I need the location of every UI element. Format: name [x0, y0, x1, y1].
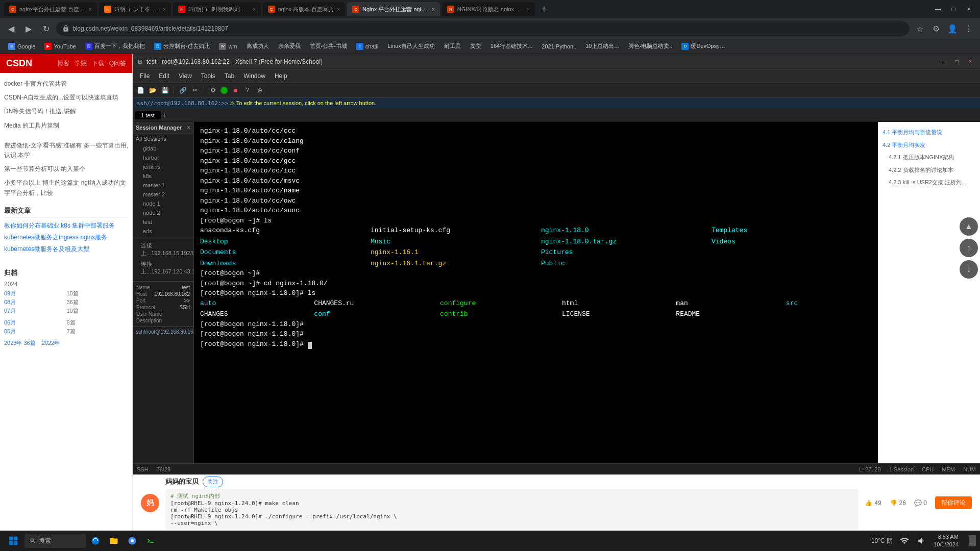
- taskbar-start-button[interactable]: [4, 533, 22, 548]
- bookmark-5[interactable]: 离成功人: [242, 41, 273, 51]
- session-master1[interactable]: master 1: [133, 181, 193, 190]
- session-node1[interactable]: node 1: [133, 199, 193, 208]
- terminal-output[interactable]: nginx-1.18.0/auto/cc/ccc nginx-1.18.0/au…: [194, 122, 878, 463]
- archive-2023[interactable]: 2023年 36篇: [4, 339, 36, 347]
- float-btn-3[interactable]: ↓: [960, 260, 978, 279]
- archive-07[interactable]: 07月: [4, 307, 66, 315]
- tab-close-1[interactable]: ×: [89, 7, 92, 12]
- tab-close-6[interactable]: ×: [527, 7, 530, 12]
- bookmark-baidu[interactable]: 百 百度一下，我把我把: [81, 41, 149, 51]
- bookmark-google[interactable]: G Google: [4, 42, 39, 51]
- profile-button[interactable]: 👤: [945, 21, 960, 36]
- archive-06[interactable]: 06月: [4, 319, 66, 327]
- menu-file[interactable]: File: [136, 71, 154, 81]
- session-conn-1[interactable]: 连接上...192.168.15.192/8: [133, 240, 193, 259]
- back-button[interactable]: ◀: [4, 21, 18, 36]
- archive-08[interactable]: 08月: [4, 298, 66, 306]
- archive-05[interactable]: 05月: [4, 328, 66, 335]
- bookmark-python[interactable]: 2021.Python..: [537, 42, 580, 51]
- session-panel-close-btn[interactable]: ×: [187, 124, 190, 131]
- session-tab-add[interactable]: +: [163, 112, 166, 119]
- session-test[interactable]: test: [133, 217, 193, 227]
- tab-close-3[interactable]: ×: [253, 7, 256, 12]
- archive-09[interactable]: 09月: [4, 290, 66, 297]
- menu-help[interactable]: Help: [271, 71, 291, 81]
- bookmark-cloud[interactable]: 云 云控制台-过去如此: [150, 41, 214, 51]
- bookmark-chatii[interactable]: c chatii: [352, 42, 383, 51]
- float-btn-2[interactable]: ↑: [960, 239, 978, 257]
- dislike-count[interactable]: 👎 26: [890, 499, 906, 507]
- show-desktop-button[interactable]: [969, 535, 976, 546]
- bookmark-15[interactable]: 脚色-电脑总结卖..: [624, 41, 677, 51]
- session-k8s[interactable]: k8s: [133, 171, 193, 181]
- menu-tab[interactable]: Tab: [220, 71, 238, 81]
- browser-tab-1[interactable]: C nginx平台外挂运营 百度写文 ×: [4, 2, 97, 16]
- toc-item-2[interactable]: 4.2 平衡月均实发: [883, 139, 976, 152]
- session-gitlab[interactable]: gitlab: [133, 144, 193, 153]
- taskbar-chrome[interactable]: [125, 533, 140, 548]
- taskbar-search-bar[interactable]: 搜索: [24, 534, 86, 548]
- session-master2[interactable]: master 2: [133, 190, 193, 199]
- browser-tab-3[interactable]: 叫 叫(明(-) - 叫明我叫刘我叫... ×: [173, 2, 261, 16]
- close-button[interactable]: ×: [962, 4, 976, 15]
- bookmark-11[interactable]: 卖货: [466, 41, 485, 51]
- session-jenkins[interactable]: jenkins: [133, 162, 193, 171]
- session-node2[interactable]: node 2: [133, 208, 193, 217]
- menu-edit[interactable]: Edit: [155, 71, 174, 81]
- forward-button[interactable]: ▶: [21, 21, 36, 36]
- csdn-nav-qa[interactable]: Q问答: [109, 59, 126, 68]
- menu-view[interactable]: View: [175, 71, 196, 81]
- bookmark-youtube[interactable]: ▶ YouTube: [40, 42, 80, 51]
- session-tab-1[interactable]: 1 test: [135, 111, 161, 119]
- new-tab-button[interactable]: +: [537, 2, 551, 16]
- session-eds[interactable]: eds: [133, 227, 193, 236]
- bookmark-6[interactable]: 亲亲爱我: [274, 41, 305, 51]
- xshell-maximize[interactable]: □: [951, 57, 963, 66]
- toc-item-1[interactable]: 4.1 平衡月均与百流量说: [883, 126, 976, 139]
- menu-tools[interactable]: Tools: [197, 71, 219, 81]
- bookmark-button[interactable]: ☆: [913, 21, 927, 36]
- taskbar-file-explorer[interactable]: [106, 533, 121, 548]
- address-bar[interactable]: blog.csdn.net/weixin_68398469/article/de…: [56, 21, 910, 36]
- tab-close-4[interactable]: ×: [337, 7, 340, 12]
- float-btn-1[interactable]: ▲: [960, 217, 978, 236]
- browser-tab-4[interactable]: C nginx 高版本 百度写文 ×: [263, 2, 345, 16]
- archive-2022[interactable]: 2022年: [42, 339, 60, 347]
- tool-open[interactable]: 📂: [147, 85, 158, 96]
- browser-tab-2[interactable]: 叫 叫明（-ン干不... -- ×: [99, 2, 171, 16]
- recent-article-1[interactable]: 教你如何分布基础业 k8s 集群中部署服务: [4, 221, 128, 231]
- taskbar-edge[interactable]: [88, 533, 103, 548]
- xshell-minimize[interactable]: —: [938, 57, 949, 66]
- menu-window[interactable]: Window: [239, 71, 270, 81]
- tool-extra[interactable]: ⊕: [254, 85, 265, 96]
- session-ssh-path[interactable]: ssh//root@192.168.80.162:>>: [133, 327, 193, 337]
- tool-stop[interactable]: ■: [230, 85, 241, 96]
- minimize-button[interactable]: —: [931, 4, 945, 15]
- tray-volume-icon[interactable]: [914, 533, 929, 548]
- all-sessions-item[interactable]: All Sessions: [133, 134, 193, 144]
- like-count[interactable]: 👍 49: [865, 499, 881, 507]
- url-text[interactable]: blog.csdn.net/weixin_68398469/article/de…: [72, 25, 228, 32]
- tool-help[interactable]: ?: [242, 85, 253, 96]
- bookmark-14[interactable]: 10上总结出...: [581, 41, 623, 51]
- tool-disconnect[interactable]: ✂: [189, 85, 201, 96]
- extensions-button[interactable]: ⚙: [929, 21, 943, 36]
- browser-tab-5[interactable]: C Nginx 平台外挂运营 nginx平... ×: [347, 2, 440, 16]
- maximize-button[interactable]: □: [946, 4, 961, 15]
- menu-button[interactable]: ⋮: [962, 21, 976, 36]
- taskbar-weather[interactable]: 10°C 阴: [871, 537, 893, 545]
- tab-close-5[interactable]: ×: [432, 7, 435, 12]
- follow-button[interactable]: 关注: [203, 477, 223, 487]
- tool-save[interactable]: 💾: [159, 85, 170, 96]
- refresh-button[interactable]: ↻: [39, 21, 53, 36]
- recent-article-3[interactable]: kubernetes微服务各及组及大型: [4, 244, 128, 254]
- toc-item-3[interactable]: 4.2.1 抵压版本NGINX架构: [883, 151, 976, 164]
- action-button[interactable]: 帮你评论: [935, 496, 972, 509]
- tool-color[interactable]: [220, 87, 228, 94]
- browser-tab-6[interactable]: N NGINX/讨论版名 nginx高版... ×: [442, 2, 535, 16]
- bookmark-linux[interactable]: Linux自己人生成功: [384, 41, 439, 51]
- bookmark-devops[interactable]: D 暖DevOpsy…: [677, 41, 729, 51]
- session-conn-2[interactable]: 连接上...192.167.120.43.14: [133, 259, 193, 277]
- bookmark-12[interactable]: 164行基础技术...: [486, 41, 537, 51]
- csdn-nav-school[interactable]: 学院: [75, 59, 87, 68]
